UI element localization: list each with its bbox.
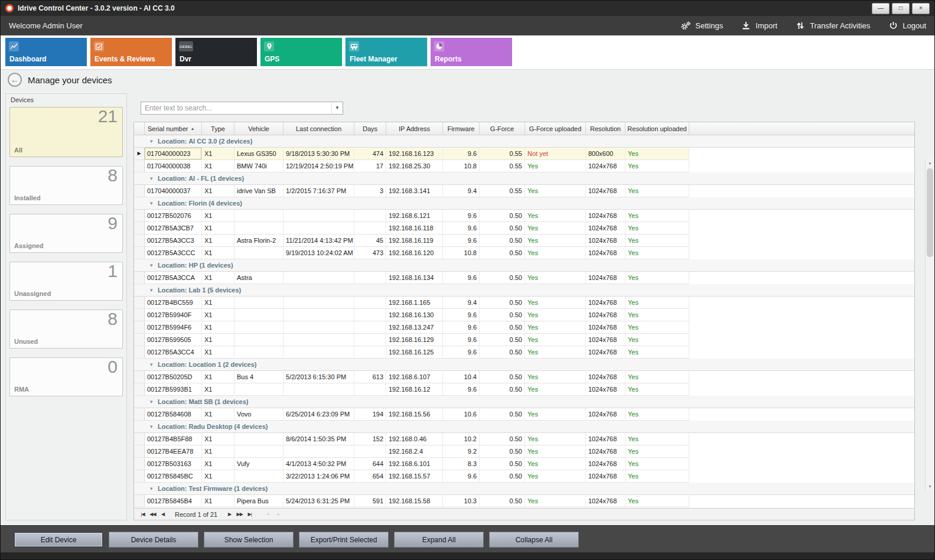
collapse-group-icon[interactable]: ▾ [150, 138, 158, 144]
group-row[interactable]: ▾Location: Radu Desktop (4 devices) [134, 421, 914, 433]
column-header-resolution[interactable]: Resolution [586, 122, 625, 135]
filter-card-assigned[interactable]: 9Assigned [9, 214, 123, 253]
table-row[interactable]: 00127B5A3CCCX19/19/2013 10:24:02 AM47319… [134, 247, 689, 259]
tab-gps[interactable]: GPS [260, 38, 342, 66]
expand-all-button[interactable]: Expand All [394, 532, 484, 548]
tab-reports[interactable]: Reports [431, 38, 512, 66]
back-button[interactable]: ← [8, 73, 22, 87]
scroll-up-icon[interactable]: ▲ [926, 159, 934, 167]
cell-vehicle [234, 297, 284, 308]
column-header-resolution-uploaded[interactable]: Resolution uploaded [625, 122, 689, 135]
collapse-group-icon[interactable]: ▾ [150, 175, 158, 181]
cell-firmware: 10.8 [443, 160, 480, 172]
window-title: Idrive Control Center - 3.0.2 version - … [18, 4, 175, 12]
collapse-group-icon[interactable]: ▾ [150, 200, 158, 206]
export-print-selected-button[interactable]: Export/Print Selected [299, 532, 389, 548]
group-row[interactable]: ▾Location: Lab 1 (5 devices) [134, 284, 914, 297]
group-row[interactable]: ▾Location: Location 1 (2 devices) [134, 359, 914, 371]
show-selection-button[interactable]: Show Selection [204, 532, 294, 548]
edit-device-button[interactable]: Edit Device [14, 532, 103, 548]
collapse-group-icon[interactable]: ▾ [150, 362, 158, 367]
table-row[interactable]: 00127B5A3CB7X1192.168.16.1189.60.50Yes10… [134, 222, 689, 235]
table-row[interactable]: 00127B502076X1192.168.6.1219.60.50Yes102… [134, 210, 689, 222]
table-row[interactable]: 00127B4BC559X1192.168.1.1659.40.50Yes102… [134, 297, 689, 309]
table-row[interactable]: 017040000037X1idrive Van SB1/2/2015 7:16… [134, 185, 689, 197]
table-row[interactable]: 00127B59940FX1192.168.16.1309.60.50Yes10… [134, 309, 689, 321]
cell-type: X1 [202, 445, 234, 457]
toolbar-action-label: Transfer Activities [810, 21, 870, 30]
table-row[interactable]: 00127B5A3CCAX1Astra192.168.16.1349.60.50… [134, 272, 689, 284]
card-label: RMA [14, 386, 29, 393]
welcome-text: Welcome Admin User [9, 21, 83, 30]
table-row[interactable]: 00127B599505X1192.168.16.1299.60.50Yes10… [134, 334, 689, 346]
table-row[interactable]: 00127B5A3CC4X1192.168.16.1259.60.50Yes10… [134, 346, 689, 359]
column-header-firmware[interactable]: Firmware [443, 122, 480, 135]
filter-card-unassigned[interactable]: 1Unassigned [9, 262, 123, 301]
search-input[interactable] [141, 103, 331, 113]
next-record-button[interactable]: ▶ [224, 512, 234, 517]
table-row[interactable]: 017040000038X1BMW 740i12/19/2014 2:50:19… [134, 160, 689, 172]
cell-ip-address: 192.168.6.101 [386, 458, 443, 470]
tab-dvr[interactable]: DEBELDvr [175, 38, 257, 66]
table-row[interactable]: ▶017040000023X1Lexus GS3509/18/2013 5:30… [134, 148, 689, 160]
table-row[interactable]: 00127B5845B4X1Pipera Bus5/24/2013 6:31:2… [134, 495, 689, 507]
column-header-vehicle[interactable]: Vehicle [234, 122, 284, 135]
table-row[interactable]: 00127B50205DX1Bus 45/2/2013 6:15:30 PM61… [134, 371, 689, 383]
filter-card-all[interactable]: 21All [9, 107, 123, 157]
group-row[interactable]: ▾Location: HP (1 devices) [134, 259, 914, 272]
vertical-scrollbar[interactable]: ▲ ▼ [925, 159, 934, 491]
maximize-button[interactable]: □ [892, 3, 910, 14]
collapse-group-icon[interactable]: ▾ [150, 262, 158, 268]
table-row[interactable]: 00127B5A3CC3X1Astra Florin-211/21/2014 4… [134, 235, 689, 247]
combo-dropdown-icon[interactable]: ▼ [331, 102, 343, 114]
filter-card-rma[interactable]: 0RMA [9, 357, 123, 396]
filter-card-installed[interactable]: 8Installed [9, 166, 123, 205]
column-header-g-force[interactable]: G-Force [480, 122, 525, 135]
first-record-button[interactable]: |◀ [138, 512, 148, 517]
toolbar-action-settings[interactable]: Settings [680, 21, 723, 31]
column-header-ip-address[interactable]: IP Address [386, 122, 443, 135]
scroll-down-icon[interactable]: ▼ [926, 483, 934, 491]
column-header-last-connection[interactable]: Last connection [284, 122, 354, 135]
collapse-group-icon[interactable]: ▾ [150, 287, 158, 293]
last-record-button[interactable]: ▶| [245, 512, 255, 517]
group-row[interactable]: ▾Location: Test Firmware (1 devices) [134, 483, 914, 495]
table-row[interactable]: 00127B4EEA78X1192.168.2.49.20.50Yes1024x… [134, 445, 689, 458]
toolbar-action-import[interactable]: Import [741, 21, 777, 31]
table-row[interactable]: 00127B5993B1X1192.168.16.129.60.50Yes102… [134, 383, 689, 396]
cell-firmware: 9.6 [443, 346, 480, 358]
tab-fleet-manager[interactable]: Fleet Manager [346, 38, 427, 66]
prev-page-record-button[interactable]: ◀◀ [148, 512, 158, 517]
table-row[interactable]: 00127B4B5F88X18/6/2014 1:50:35 PM152192.… [134, 433, 689, 445]
tab-dashboard[interactable]: Dashboard [5, 38, 87, 66]
toolbar-action-logout[interactable]: Logout [888, 21, 926, 31]
filter-card-unused[interactable]: 8Unused [9, 310, 123, 349]
table-row[interactable]: 00127B5845BCX13/22/2013 1:24:06 PM654192… [134, 470, 689, 483]
toolbar-action-transfer-activities[interactable]: Transfer Activities [795, 21, 870, 31]
close-button[interactable]: × [912, 3, 930, 14]
cell-vehicle [234, 222, 284, 234]
tab-events-reviews[interactable]: Events & Reviews [90, 38, 172, 66]
device-details-button[interactable]: Device Details [109, 532, 198, 548]
scrollbar-thumb[interactable] [927, 168, 933, 257]
column-header-days[interactable]: Days [354, 122, 386, 135]
column-header-g-force-uploaded[interactable]: G-Force uploaded [525, 122, 586, 135]
column-header-serial-number[interactable]: Serial number▲ [145, 122, 202, 135]
card-count: 8 [107, 165, 118, 185]
next-page-record-button[interactable]: ▶▶ [234, 512, 245, 517]
table-row[interactable]: 00127B5994F6X1192.168.13.2479.60.50Yes10… [134, 321, 689, 334]
group-row[interactable]: ▾Location: Matt SB (1 devices) [134, 396, 914, 408]
collapse-all-button[interactable]: Collapse All [489, 532, 579, 548]
minimize-button[interactable]: — [872, 3, 890, 14]
table-row[interactable]: 00127B503163X1Vufy4/1/2013 4:50:32 PM644… [134, 458, 689, 470]
collapse-group-icon[interactable]: ▾ [150, 424, 158, 429]
group-row[interactable]: ▾Location: AI CC 3.0 (2 devices) [134, 135, 914, 148]
column-header-type[interactable]: Type [202, 122, 234, 135]
group-row[interactable]: ▾Location: Florin (4 devices) [134, 197, 914, 210]
prev-record-button[interactable]: ◀ [158, 512, 168, 517]
table-row[interactable]: 00127B584608X1Vovo6/25/2014 6:23:09 PM19… [134, 408, 689, 421]
collapse-group-icon[interactable]: ▾ [150, 399, 158, 405]
group-row[interactable]: ▾Location: AI - FL (1 devices) [134, 172, 914, 185]
collapse-group-icon[interactable]: ▾ [150, 486, 158, 491]
app-logo-icon [5, 4, 14, 12]
